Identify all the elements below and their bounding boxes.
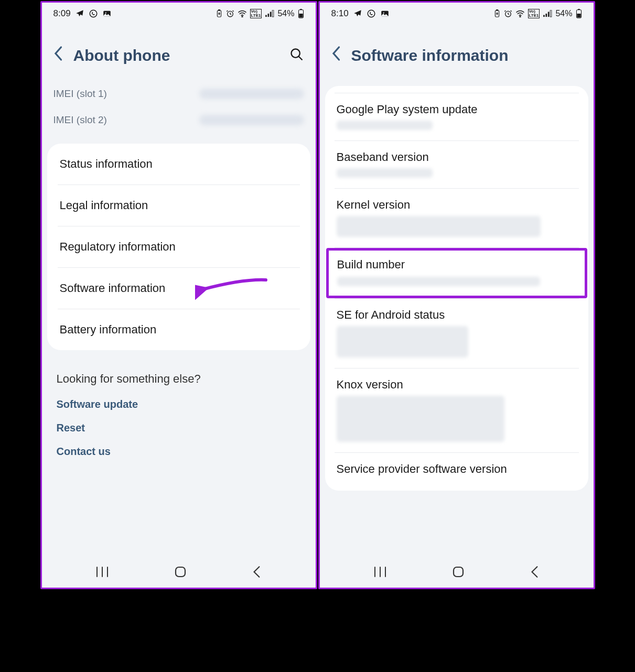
imei-slot-1-row[interactable]: IMEI (slot 1) <box>53 81 304 107</box>
battery-saver-icon <box>493 9 501 18</box>
se-android-status-item[interactable]: SE for Android status <box>335 299 579 368</box>
svg-rect-28 <box>578 9 580 10</box>
content-area: IMEI (slot 1) IMEI (slot 2) Status infor… <box>42 81 316 558</box>
google-play-update-item[interactable]: Google Play system update <box>335 93 579 141</box>
statusbar-left: 8:10 <box>331 8 390 19</box>
alarm-icon <box>504 9 512 18</box>
battery-percent: 54% <box>555 9 572 18</box>
battery-percent: 54% <box>277 9 294 18</box>
build-number-highlight: Build number <box>326 248 587 298</box>
svg-point-22 <box>520 16 521 17</box>
svg-rect-29 <box>577 14 580 17</box>
wifi-icon <box>238 10 247 17</box>
regulatory-information-item[interactable]: Regulatory information <box>58 226 300 268</box>
status-time: 8:09 <box>53 8 71 19</box>
imei-slot-2-row[interactable]: IMEI (slot 2) <box>53 107 304 133</box>
svg-rect-24 <box>546 14 547 17</box>
phone-right: 8:10 Vo)LTE1 54% Software information Go… <box>318 1 595 589</box>
svg-rect-26 <box>551 10 552 17</box>
back-button[interactable] <box>331 46 342 65</box>
value-blurred <box>337 396 505 442</box>
signal-icon <box>543 10 552 17</box>
footer-section: Looking for something else? Software upd… <box>42 361 316 481</box>
statusbar-right: Vo)LTE1 54% <box>493 9 582 18</box>
svg-rect-12 <box>300 9 302 10</box>
value-blurred <box>337 216 541 237</box>
battery-saver-icon <box>216 9 223 18</box>
reset-link[interactable]: Reset <box>57 422 301 434</box>
phone-left: 8:09 Vo)LTE1 54% About phone IMEI (slot … <box>40 1 317 589</box>
imei2-label: IMEI (slot 2) <box>53 114 107 126</box>
knox-version-item[interactable]: Knox version <box>335 368 579 453</box>
svg-point-18 <box>383 12 384 13</box>
nav-bar <box>320 558 594 588</box>
svg-rect-9 <box>270 12 272 17</box>
volte-icon: Vo)LTE1 <box>250 9 262 18</box>
wifi-icon <box>515 10 525 17</box>
statusbar: 8:09 Vo)LTE1 54% <box>42 3 316 25</box>
page-header: About phone <box>42 25 316 81</box>
svg-point-6 <box>242 16 243 17</box>
svg-rect-7 <box>266 15 267 17</box>
footer-heading: Looking for something else? <box>57 372 301 386</box>
baseband-version-item[interactable]: Baseband version <box>335 141 579 189</box>
svg-point-14 <box>291 49 299 57</box>
recents-button[interactable] <box>95 566 109 580</box>
signal-icon <box>265 10 274 17</box>
battery-icon <box>576 9 582 18</box>
annotation-arrow-icon <box>195 274 268 303</box>
home-button[interactable] <box>174 566 187 580</box>
contact-us-link[interactable]: Contact us <box>57 446 301 458</box>
value-blurred <box>337 168 433 178</box>
svg-rect-8 <box>268 14 270 17</box>
battery-information-item[interactable]: Battery information <box>58 309 300 350</box>
svg-rect-30 <box>454 567 463 577</box>
page-title: Software information <box>351 47 582 64</box>
search-button[interactable] <box>289 47 304 64</box>
back-nav-button[interactable] <box>530 566 540 580</box>
status-time: 8:10 <box>331 8 349 19</box>
home-button[interactable] <box>452 566 465 580</box>
recents-button[interactable] <box>373 566 387 580</box>
telegram-icon <box>75 9 84 18</box>
statusbar-left: 8:09 <box>53 8 112 19</box>
value-blurred <box>337 277 541 286</box>
volte-icon: Vo)LTE1 <box>528 9 540 18</box>
value-blurred <box>337 121 433 130</box>
status-information-item[interactable]: Status information <box>58 144 300 185</box>
svg-point-2 <box>105 12 106 13</box>
photo-icon <box>102 9 112 18</box>
back-button[interactable] <box>53 46 64 65</box>
telegram-icon <box>353 9 362 18</box>
build-number-item[interactable]: Build number <box>335 248 579 299</box>
nav-bar <box>42 558 316 588</box>
software-update-link[interactable]: Software update <box>57 398 301 410</box>
imei2-value-blurred <box>199 115 304 125</box>
software-info-card: Google Play system update Baseband versi… <box>325 86 588 491</box>
kernel-version-item[interactable]: Kernel version <box>335 189 579 248</box>
statusbar-right: Vo)LTE1 54% <box>216 9 304 18</box>
imei-section: IMEI (slot 1) IMEI (slot 2) <box>42 81 316 133</box>
software-information-item[interactable]: Software information <box>58 268 300 309</box>
service-provider-version-item[interactable]: Service provider software version <box>335 453 579 491</box>
info-card: Status information Legal information Reg… <box>47 144 310 350</box>
svg-rect-10 <box>273 10 274 17</box>
page-header: Software information <box>320 25 594 81</box>
value-blurred <box>337 326 469 357</box>
svg-rect-25 <box>548 12 550 17</box>
whatsapp-icon <box>367 9 376 18</box>
page-title: About phone <box>73 47 280 64</box>
imei1-label: IMEI (slot 1) <box>53 88 107 100</box>
legal-information-item[interactable]: Legal information <box>58 185 300 226</box>
photo-icon <box>380 9 390 18</box>
svg-rect-15 <box>176 567 185 577</box>
statusbar: 8:10 Vo)LTE1 54% <box>320 3 594 25</box>
svg-point-0 <box>90 10 97 17</box>
svg-rect-23 <box>544 15 545 17</box>
svg-rect-13 <box>299 14 303 17</box>
imei1-value-blurred <box>199 89 304 99</box>
whatsapp-icon <box>89 9 98 18</box>
back-nav-button[interactable] <box>252 566 262 580</box>
alarm-icon <box>226 9 234 18</box>
svg-point-16 <box>368 10 375 17</box>
